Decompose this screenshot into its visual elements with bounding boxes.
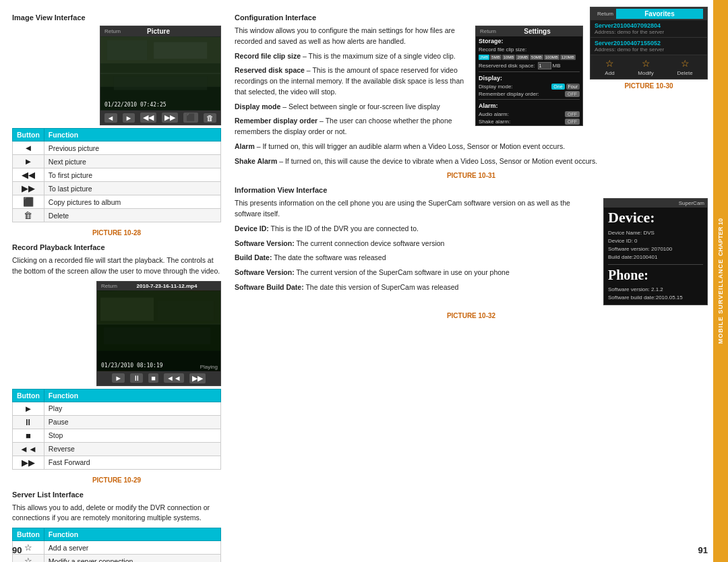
config-section-item: Alarm – If turned on, this will trigger …	[235, 142, 708, 152]
icon-cell: ◄	[13, 142, 44, 155]
fav-ctrl-btn[interactable]: ☆Add	[605, 58, 614, 76]
info-term: Device ID:	[235, 224, 269, 232]
fav-servers: Server20100407092804Address: demo for th…	[590, 20, 707, 55]
ctrl-rev-29[interactable]: ◄◄	[164, 373, 184, 383]
function-cell: Previous picture	[44, 142, 220, 155]
info-term: Build Date:	[235, 253, 272, 261]
ctrl-first[interactable]: ◀◀	[140, 113, 156, 123]
server-list-table: Button Function ☆Add a server☆Modify a s…	[12, 528, 221, 562]
size-btn[interactable]: 20MB	[516, 55, 529, 60]
info-text: The current connection device software v…	[295, 239, 445, 247]
function-cell: Modify a server connection	[44, 555, 220, 563]
info-view-content: SuperCam Device: Device Name: DVSDevice …	[235, 198, 708, 311]
fav-ctrl-btn[interactable]: ☆Delete	[677, 58, 693, 76]
pic-controls-29: ► ⏸ ■ ◄◄ ▶▶	[97, 371, 220, 385]
record-playback-table: Button Function ►Play⏸Pause■Stop◄◄Revers…	[12, 389, 221, 470]
image-view-section: Image View Interface Return Picture	[12, 13, 221, 237]
ctrl-del[interactable]: 🗑	[204, 113, 216, 123]
svg-rect-14	[104, 327, 210, 344]
icon-cell: ⏸	[13, 415, 44, 429]
record-playback-desc: Clicking on a recorded file will start t…	[12, 255, 221, 277]
settings-return[interactable]: Return	[480, 28, 496, 34]
server-list-title: Server List Interface	[12, 491, 221, 499]
icon-cell: ■	[13, 429, 44, 442]
fav-ctrl-label: Modify	[638, 70, 654, 76]
return-label-29[interactable]: Return	[101, 283, 117, 289]
device-info: Device Name: DVSDevice ID: 0Software ver…	[604, 228, 707, 263]
fav-server-item[interactable]: Server20100407092804Address: demo for th…	[590, 20, 707, 38]
size-btn[interactable]: 100MB	[544, 55, 559, 60]
picture-10-29-box: Return 2010-7-23-16-11-12.mp4	[96, 281, 221, 386]
fav-server-item[interactable]: Server20100407155052Address: demo for th…	[590, 38, 707, 55]
device-info-line: Device Name: DVS	[608, 229, 703, 237]
record-clip-row: Record file clip size:	[476, 46, 582, 53]
pic-content-28: 01/22/2010 07:42:25	[100, 36, 220, 111]
config-text: – If turned on, this will cause the devi…	[277, 157, 597, 165]
phone-info-line: Software version: 2.1.2	[608, 286, 703, 294]
info-view-title: Information View Interface	[235, 186, 708, 194]
icon-cell: ◀◀	[13, 168, 44, 182]
display-btn[interactable]: Four	[566, 84, 580, 90]
return-label-30[interactable]: Return	[595, 10, 616, 18]
table-row: ►Play	[13, 402, 221, 415]
rp-btn-header: Button	[13, 389, 44, 402]
ctrl-stop-29[interactable]: ■	[148, 373, 158, 383]
ctrl-play[interactable]: ►	[123, 113, 135, 123]
ctrl-copy[interactable]: ⬛	[183, 113, 198, 123]
fav-server-name: Server20100407092804	[595, 22, 703, 29]
config-term: Alarm	[235, 142, 255, 150]
shake-toggle[interactable]: OFF	[565, 119, 580, 125]
size-btn[interactable]: 10MB	[502, 55, 516, 60]
fav-server-addr: Address: demo for the server	[595, 46, 703, 53]
remember-label: Remember display order:	[479, 91, 539, 97]
audio-toggle[interactable]: OFF	[565, 111, 580, 117]
device-box: SuperCam Device: Device Name: DVSDevice …	[603, 198, 708, 305]
ctrl-pause-29[interactable]: ⏸	[130, 373, 143, 383]
ctrl-ff-29[interactable]: ▶▶	[189, 373, 206, 383]
size-btn[interactable]: 2MB	[479, 55, 489, 60]
fav-server-name: Server20100407155052	[595, 40, 703, 46]
table-row: ⬛Copy pictures to album	[13, 195, 221, 209]
table-row: ►Next picture	[13, 155, 221, 168]
phone-info: Software version: 2.1.2Software build da…	[604, 284, 707, 305]
ctrl-prev[interactable]: ◄	[104, 113, 117, 123]
size-btn[interactable]: 120MB	[560, 55, 576, 60]
info-text: The date this version of SuperCam was re…	[304, 283, 459, 291]
table-row: ☆Modify a server connection	[13, 555, 221, 563]
picture-10-30-box: Return Favorites Server20100407092804Add…	[590, 7, 708, 80]
svg-rect-5	[107, 40, 147, 61]
ctrl-play-29[interactable]: ►	[112, 373, 125, 383]
settings-box: Return Settings Storage: Record file cli…	[475, 26, 583, 126]
table-row: ⏸Pause	[13, 415, 221, 429]
display-btn[interactable]: One	[551, 84, 564, 90]
side-tab-chapter: CHAPTER 10	[717, 218, 724, 256]
reserved-row: Reservered disk space: MB	[476, 61, 582, 70]
side-tab: CHAPTER 10 MOBILE SURVEILLANCE	[713, 0, 728, 562]
reserved-unit: MB	[553, 63, 561, 69]
config-section-item: Display mode – Select between single or …	[235, 102, 708, 113]
size-btn[interactable]: 50MB	[530, 55, 543, 60]
reserved-input[interactable]	[538, 62, 551, 69]
size-btn[interactable]: 5MB	[490, 55, 501, 60]
ctrl-last[interactable]: ▶▶	[162, 113, 178, 123]
return-label-28[interactable]: Return	[104, 28, 121, 34]
function-cell: Add a server	[44, 541, 220, 555]
remember-toggle[interactable]: OFF	[565, 91, 580, 97]
svg-rect-6	[154, 42, 207, 59]
playing-label-29: Playing	[200, 364, 218, 370]
info-text: This is the ID of the DVR you are connec…	[269, 224, 419, 232]
fav-ctrl-btn[interactable]: ☆Modify	[638, 58, 654, 76]
table-row: ◀◀To first picture	[13, 168, 221, 182]
fav-ctrl-icon: ☆	[642, 58, 650, 69]
settings-header: Return Settings	[476, 26, 582, 36]
function-cell: Pause	[44, 415, 220, 429]
fav-controls-30: ☆Add☆Modify☆Delete	[590, 55, 707, 79]
server-list-desc: This allows you to add, delete or modify…	[12, 503, 221, 524]
function-cell: Copy pictures to album	[44, 195, 220, 209]
pic-controls-28: ◄ ► ◀◀ ▶▶ ⬛ 🗑	[100, 111, 220, 125]
page-number-left: 90	[12, 545, 22, 555]
server-list-section: Server List Interface This allows you to…	[12, 491, 221, 563]
icon-cell: ⬛	[13, 195, 44, 209]
icon-cell: ☆	[13, 555, 44, 563]
audio-alarm-row: Audio alarm: OFF	[476, 111, 582, 118]
